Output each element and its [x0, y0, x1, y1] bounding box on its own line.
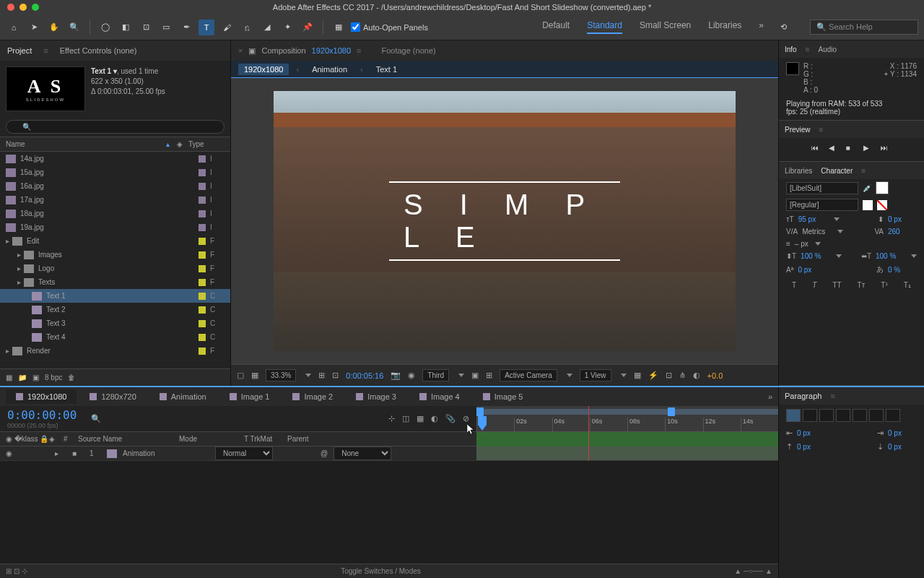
guides-icon[interactable]: ⊡: [332, 371, 339, 380]
time-ruler[interactable]: 0s02s04s06s08s10s12s14s: [476, 418, 778, 432]
first-frame-icon[interactable]: ⏮: [811, 144, 823, 155]
brush-tool[interactable]: 🖌: [219, 20, 235, 35]
close-window-button[interactable]: [7, 4, 14, 11]
clone-tool[interactable]: ⎌: [239, 20, 255, 35]
col-name-header[interactable]: Name: [6, 140, 166, 148]
justify-last-center-icon[interactable]: [853, 409, 867, 422]
timeline-tabs-overflow-icon[interactable]: »: [768, 392, 772, 401]
timeline-tab-1920x1080[interactable]: 1920x1080: [6, 389, 77, 404]
font-family-select[interactable]: [786, 182, 858, 194]
align-left-icon[interactable]: [786, 409, 801, 422]
asset-Render[interactable]: ▸RenderF: [0, 344, 230, 358]
superscript-icon[interactable]: T¹: [881, 281, 887, 289]
timeline-timecode[interactable]: 0:00:00:00: [7, 408, 77, 422]
asset-16a-jpg[interactable]: 16a.jpgI: [0, 179, 230, 193]
align-right-icon[interactable]: [819, 409, 834, 422]
prev-frame-icon[interactable]: ◀: [829, 144, 840, 155]
timeline-tab-Animation[interactable]: Animation: [149, 389, 217, 404]
tab-effect-controls[interactable]: Effect Controls (none): [60, 46, 137, 55]
justify-last-left-icon[interactable]: [836, 409, 850, 422]
ruler-icon[interactable]: ⊞: [318, 371, 325, 380]
timeline-tab-1280x720[interactable]: 1280x720: [79, 389, 146, 404]
asset-Logo[interactable]: ▸LogoF: [0, 262, 230, 275]
layer-switches-icon[interactable]: ⊞ ⊡ ⊹: [0, 567, 27, 575]
baseline-input[interactable]: 0 px: [798, 266, 827, 274]
allcaps-icon[interactable]: TT: [832, 281, 841, 289]
kerning-select[interactable]: Metrics: [802, 228, 831, 236]
reset-exposure-icon[interactable]: ◐: [693, 371, 700, 380]
footage-tab[interactable]: Footage (none): [381, 46, 435, 55]
asset-17a-jpg[interactable]: 17a.jpgI: [0, 193, 230, 207]
hand-tool[interactable]: ✋: [46, 20, 62, 35]
comp-mini-flowchart-icon[interactable]: ⊹: [388, 414, 395, 423]
tracking-input[interactable]: 260: [888, 228, 917, 236]
workspace-libraries[interactable]: Libraries: [708, 20, 741, 34]
layer-parent-select[interactable]: None: [334, 447, 391, 460]
asset-Text-2[interactable]: Text 2C: [0, 303, 230, 316]
work-area-start[interactable]: [476, 407, 484, 416]
auto-open-checkbox[interactable]: Auto-Open Panels: [351, 22, 428, 32]
zoom-slider[interactable]: ▲ ─○── ▲: [734, 567, 778, 575]
asset-15a-jpg[interactable]: 15a.jpgI: [0, 165, 230, 179]
workspace-default[interactable]: Default: [542, 20, 570, 34]
tab-libraries[interactable]: Libraries: [785, 167, 812, 175]
resolution-select[interactable]: Third: [422, 369, 449, 381]
italic-icon[interactable]: T: [812, 281, 816, 289]
bpc-button[interactable]: 8 bpc: [45, 374, 62, 381]
home-icon[interactable]: ⌂: [6, 20, 22, 35]
asset-Images[interactable]: ▸ImagesF: [0, 248, 230, 262]
align-center-icon[interactable]: [803, 409, 817, 422]
asset-14a-jpg[interactable]: 14a.jpgI: [0, 152, 230, 165]
font-size-input[interactable]: 95 px: [798, 215, 827, 223]
bc-animation[interactable]: Animation: [306, 64, 353, 75]
sync-icon[interactable]: ⟲: [775, 20, 791, 35]
anchor-tool[interactable]: ⊡: [138, 20, 154, 35]
bc-1920x1080[interactable]: 1920x1080: [238, 64, 289, 75]
pen-tool[interactable]: ✒: [178, 20, 194, 35]
flowchart-icon[interactable]: ⋔: [679, 371, 686, 380]
composition-viewer[interactable]: S I M P L E: [231, 78, 778, 364]
asset-Edit[interactable]: ▸EditF: [0, 234, 230, 248]
bc-text1[interactable]: Text 1: [370, 64, 403, 75]
timeline-tab-Image-5[interactable]: Image 5: [473, 389, 533, 404]
motion-blur-icon[interactable]: ◐: [431, 414, 438, 423]
col-label-header[interactable]: ◈: [177, 140, 183, 148]
font-style-select[interactable]: [786, 199, 858, 211]
smallcaps-icon[interactable]: Tт: [858, 281, 866, 289]
hscale-input[interactable]: 100 %: [876, 252, 905, 260]
grid-icon[interactable]: ⊞: [486, 371, 492, 380]
roi-icon[interactable]: ▣: [471, 371, 479, 380]
timeline-tab-Image-4[interactable]: Image 4: [409, 389, 470, 404]
draft3d-icon[interactable]: ◫: [402, 414, 409, 423]
work-area-end[interactable]: [668, 407, 675, 416]
justify-all-icon[interactable]: [886, 409, 900, 422]
maximize-window-button[interactable]: [32, 4, 39, 11]
puppet-tool[interactable]: 📌: [300, 20, 315, 35]
subscript-icon[interactable]: T₁: [904, 281, 911, 289]
tab-character[interactable]: Character: [821, 167, 853, 175]
fill-color-swatch[interactable]: [876, 181, 889, 194]
zoom-tool[interactable]: 🔍: [66, 20, 82, 35]
parent-pickwhip-icon[interactable]: @: [321, 449, 328, 457]
snap-icon[interactable]: ▦: [331, 20, 346, 35]
pixel-aspect-icon[interactable]: ▦: [634, 371, 641, 380]
toggle-switches-button[interactable]: Toggle Switches / Modes: [341, 567, 421, 575]
tab-preview[interactable]: Preview: [785, 126, 811, 134]
workspace-small-screen[interactable]: Small Screen: [640, 20, 691, 34]
shy-icon[interactable]: ⊘: [463, 414, 469, 423]
eyedropper-icon[interactable]: 💉: [863, 184, 871, 192]
justify-last-right-icon[interactable]: [869, 409, 884, 422]
fast-preview-icon[interactable]: ⚡: [648, 371, 658, 380]
new-comp-icon[interactable]: ▣: [32, 374, 39, 381]
tab-project[interactable]: Project: [7, 46, 32, 55]
view-select[interactable]: 1 View: [580, 369, 611, 381]
selection-tool[interactable]: ➤: [26, 20, 42, 35]
no-color-icon[interactable]: [877, 200, 887, 210]
interpret-icon[interactable]: ▦: [6, 374, 12, 381]
zoom-select[interactable]: 33.3%: [266, 369, 296, 381]
frame-blend-icon[interactable]: ▦: [417, 414, 424, 423]
next-frame-icon[interactable]: ▶: [863, 144, 875, 155]
tab-audio[interactable]: Audio: [819, 46, 837, 53]
camera-select[interactable]: Active Camera: [500, 369, 557, 381]
asset-Text-4[interactable]: Text 4C: [0, 330, 230, 344]
